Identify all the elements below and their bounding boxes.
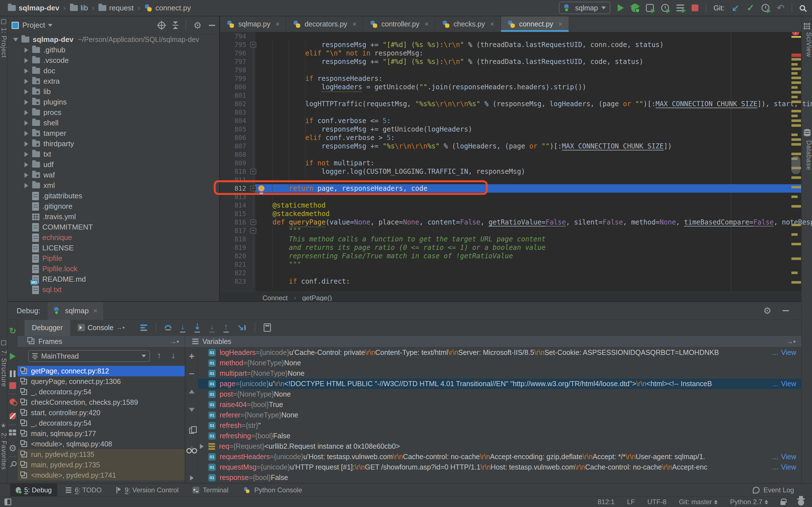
code-editor[interactable]: 7947957967977987998008018028038048058068… <box>220 32 812 291</box>
project-strip-icon[interactable] <box>1 19 6 24</box>
expand-arrow[interactable] <box>24 100 28 105</box>
sciview-strip-icon[interactable] <box>804 23 810 29</box>
step-over-icon[interactable] <box>165 325 171 330</box>
lock-icon[interactable] <box>780 501 785 505</box>
gear-icon[interactable]: ⚙ <box>193 21 202 30</box>
up-icon[interactable] <box>186 390 198 393</box>
favorites-strip-icon[interactable]: ★ <box>1 422 6 429</box>
close-icon[interactable]: × <box>424 20 429 29</box>
tree-item-txt[interactable]: txt <box>8 149 219 159</box>
debug-session-tab[interactable]: sqlmap × <box>48 302 103 320</box>
tree-item-LICENSE[interactable]: LICENSE <box>8 243 219 253</box>
step-out-icon[interactable]: ↓ <box>209 323 215 333</box>
frame-up-icon[interactable]: ↑ <box>157 351 161 360</box>
variable-row-multipart[interactable]: multipart = {NoneType} None <box>198 368 801 379</box>
stack-frame[interactable]: main, pydevd.py:1735 <box>17 460 185 470</box>
stop-button[interactable] <box>692 4 698 11</box>
tool-button-versioncontrol[interactable]: 9: Version Control <box>110 483 185 497</box>
remove-watch-icon[interactable] <box>186 370 198 374</box>
show-watches-icon[interactable] <box>186 446 198 450</box>
tool-button-project[interactable]: 1: Project <box>0 27 8 58</box>
breadcrumb-item[interactable]: connect.py <box>144 4 191 12</box>
editor-tab-checks.py[interactable]: checks.py× <box>436 16 501 32</box>
tree-item-.gitattributes[interactable]: .gitattributes <box>8 191 219 201</box>
stack-frame[interactable]: <module>, sqlmap.py:408 <box>17 439 185 449</box>
step-out-block-icon[interactable]: ↑ <box>223 323 229 333</box>
editor-tab-sqlmap.py[interactable]: sqlmap.py× <box>220 16 287 32</box>
rerun-icon[interactable]: ↻ <box>9 327 17 335</box>
editor-breadcrumb-item[interactable]: Connect <box>262 294 288 302</box>
run-config-selector[interactable]: sqlmap <box>559 2 610 14</box>
close-icon[interactable]: × <box>558 20 562 29</box>
pause-icon[interactable] <box>9 371 17 377</box>
debug-button[interactable] <box>631 4 639 12</box>
chevron-down-icon[interactable] <box>48 24 52 27</box>
move-icon[interactable]: →▪ <box>786 337 796 345</box>
tree-item-sql.txt[interactable]: sql.txt <box>8 284 219 295</box>
evaluate-expression-icon[interactable] <box>264 323 271 332</box>
tree-item-Pipfile[interactable]: Pipfile <box>8 253 219 264</box>
frame-down-icon[interactable]: ↓ <box>171 351 175 360</box>
git-branch[interactable]: Git: master <box>679 498 718 506</box>
settings-icon[interactable]: ⚙ <box>9 444 17 453</box>
git-history-icon[interactable] <box>762 4 769 12</box>
tree-item-echnique[interactable]: echnique <box>8 232 219 243</box>
breadcrumb-item[interactable]: lib <box>70 4 88 12</box>
tree-item-plugins[interactable]: plugins <box>8 97 219 107</box>
editor-tab-controller.py[interactable]: controller.py× <box>363 16 436 32</box>
stack-frame[interactable]: getPage, connect.py:812 <box>17 366 185 376</box>
tool-button-pythonconsole[interactable]: Python Console <box>237 483 308 497</box>
git-commit-icon[interactable]: ✓ <box>747 3 754 12</box>
project-panel-title[interactable]: Project <box>22 21 45 30</box>
resume-icon[interactable] <box>9 353 17 360</box>
expand-arrow[interactable] <box>24 48 28 53</box>
tool-button-favorites[interactable]: 2: Favorites <box>0 433 8 470</box>
gear-icon[interactable]: ⚙ <box>763 306 771 315</box>
tool-button-debug[interactable]: 5: Debug <box>10 483 57 497</box>
hide-panel-icon[interactable] <box>209 25 215 26</box>
stack-frame[interactable]: _, decorators.py:54 <box>17 418 185 429</box>
caret-position[interactable]: 812:1 <box>598 498 615 506</box>
tree-item-.gitignore[interactable]: .gitignore <box>8 201 219 212</box>
variable-row-response[interactable]: response = {bool} False <box>198 472 801 483</box>
variable-row-requestMsg[interactable]: requestMsg = {unicode} u'HTTP request [#… <box>198 462 801 472</box>
add-watch-icon[interactable]: + <box>186 351 198 362</box>
stack-frame[interactable]: queryPage, connect.py:1306 <box>17 376 185 387</box>
tree-item-doc[interactable]: doc <box>8 66 219 76</box>
close-icon[interactable]: × <box>275 20 280 29</box>
variable-row-refresh[interactable]: refresh = {str} " <box>198 420 801 431</box>
tree-item-.vscode[interactable]: .vscode <box>8 55 219 66</box>
tool-button-todo[interactable]: 6: TODO <box>60 483 107 497</box>
show-execution-point-icon[interactable] <box>140 325 147 331</box>
expand-arrow[interactable] <box>24 121 28 126</box>
variable-row-req[interactable]: req = {Request} <urllib2.Request instanc… <box>198 441 801 452</box>
expand-arrow[interactable] <box>24 58 28 63</box>
expand-arrow[interactable] <box>24 89 28 94</box>
move-icon[interactable]: →▪ <box>170 337 179 345</box>
fold-marker[interactable]: − <box>250 219 256 225</box>
tree-item-shell[interactable]: shell <box>8 118 219 128</box>
tree-item-waf[interactable]: waf <box>8 170 219 180</box>
tree-item-udf[interactable]: udf <box>8 159 219 170</box>
editor-breadcrumb-item[interactable]: getPage() <box>302 294 332 302</box>
tool-button-terminal[interactable]: Terminal <box>187 483 234 497</box>
editor-tab-decorators.py[interactable]: decorators.py× <box>287 16 363 32</box>
run-coverage-button[interactable] <box>646 4 654 12</box>
stack-frame[interactable]: run, pydevd.py:1135 <box>17 449 185 460</box>
toolwindow-toggle-icon[interactable] <box>4 499 11 505</box>
tree-item-COMMITMENT[interactable]: COMMITMENT <box>8 222 219 232</box>
profiler-button[interactable] <box>661 4 669 12</box>
run-button[interactable] <box>618 4 624 11</box>
line-ending[interactable]: LF <box>627 498 635 506</box>
tree-item-thirdparty[interactable]: thirdparty <box>8 138 219 149</box>
tool-button-structure[interactable]: 7: Structure <box>0 350 8 387</box>
tab-console[interactable]: Console→▪ <box>70 320 132 336</box>
tree-item-Pipfile.lock[interactable]: Pipfile.lock <box>8 264 219 274</box>
git-revert-icon[interactable]: ↶ <box>777 3 784 12</box>
view-link[interactable]: View <box>781 348 796 356</box>
fold-marker[interactable]: − <box>250 42 256 48</box>
close-icon[interactable]: × <box>93 306 98 315</box>
tab-debugger[interactable]: Debugger <box>24 320 70 336</box>
variable-row-post[interactable]: post = {NoneType} None <box>198 389 801 399</box>
tree-item-extra[interactable]: extra <box>8 76 219 87</box>
